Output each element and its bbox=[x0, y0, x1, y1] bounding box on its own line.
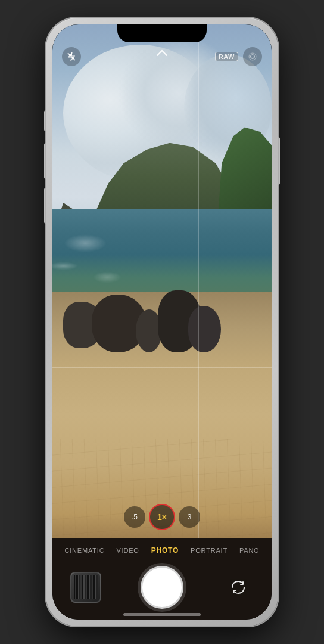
mode-photo[interactable]: PHOTO bbox=[145, 544, 185, 556]
controls-bar: CINEMATIC VIDEO PHOTO PORTRAIT PANO bbox=[52, 538, 272, 620]
volume-up-button[interactable] bbox=[44, 143, 46, 179]
zoom-controls: .5 1× 3 bbox=[124, 504, 200, 530]
photo-thumbnail[interactable] bbox=[70, 572, 101, 603]
mode-video[interactable]: VIDEO bbox=[110, 545, 145, 556]
mode-pano[interactable]: PANO bbox=[233, 545, 266, 556]
volume-down-button[interactable] bbox=[44, 188, 46, 224]
mode-portrait[interactable]: PORTRAIT bbox=[185, 545, 233, 556]
home-indicator bbox=[123, 613, 201, 616]
rock-5 bbox=[188, 306, 221, 352]
camera-scene bbox=[52, 24, 272, 538]
zoom-1x-label: 1× bbox=[157, 512, 167, 522]
svg-point-1 bbox=[251, 55, 254, 58]
rocks-layer bbox=[52, 287, 272, 364]
mode-photo-label: PHOTO bbox=[151, 546, 179, 555]
zoom-point5-button[interactable]: .5 bbox=[124, 506, 145, 528]
mode-video-label: VIDEO bbox=[116, 547, 139, 554]
camera-screen: RAW bbox=[52, 24, 272, 620]
live-icon bbox=[248, 52, 257, 61]
shutter-row bbox=[52, 561, 272, 620]
zoom-3x-label: 3 bbox=[188, 513, 192, 521]
zoom-1x-button[interactable]: 1× bbox=[149, 504, 175, 530]
chevron-up[interactable] bbox=[156, 47, 168, 60]
zoom-point5-label: .5 bbox=[132, 513, 138, 521]
flash-icon bbox=[67, 52, 76, 61]
mode-portrait-label: PORTRAIT bbox=[191, 547, 228, 554]
thumbnail-image bbox=[74, 575, 98, 599]
phone-screen: RAW bbox=[52, 24, 272, 620]
power-button[interactable] bbox=[278, 137, 280, 185]
notch bbox=[117, 24, 207, 42]
mode-cinematic[interactable]: CINEMATIC bbox=[59, 545, 111, 556]
zoom-3x-button[interactable]: 3 bbox=[179, 506, 200, 528]
silent-switch[interactable] bbox=[44, 110, 46, 131]
flip-icon bbox=[229, 578, 247, 596]
chevron-up-icon bbox=[156, 49, 168, 57]
mode-pano-label: PANO bbox=[239, 547, 260, 554]
mode-cinematic-label: CINEMATIC bbox=[65, 547, 105, 554]
flip-camera-button[interactable] bbox=[223, 572, 254, 603]
phone-frame: RAW bbox=[46, 18, 278, 626]
shutter-button[interactable] bbox=[141, 566, 183, 609]
raw-badge[interactable]: RAW bbox=[215, 52, 238, 61]
top-right-controls: RAW bbox=[215, 47, 262, 66]
svg-point-2 bbox=[249, 53, 256, 60]
live-photo-button[interactable] bbox=[243, 47, 262, 66]
mode-selector: CINEMATIC VIDEO PHOTO PORTRAIT PANO bbox=[52, 538, 272, 561]
flash-button[interactable] bbox=[62, 47, 81, 66]
viewfinder[interactable]: RAW bbox=[52, 24, 272, 538]
